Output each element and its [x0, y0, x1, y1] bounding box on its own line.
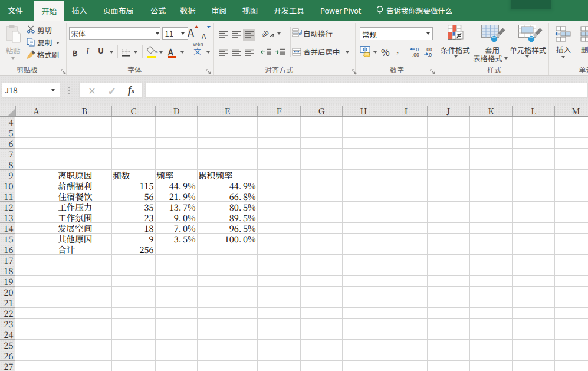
svg-text:.00: .00 [412, 52, 419, 57]
svg-text:ab: ab [262, 29, 270, 38]
